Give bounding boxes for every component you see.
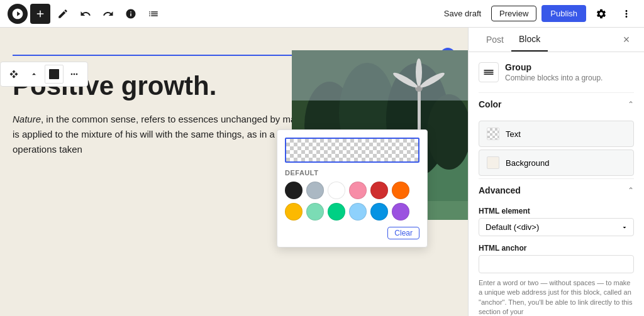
sidebar-close-button[interactable]: ×	[619, 32, 634, 47]
anchor-hint-text: Enter a word or two — without spaces — t…	[479, 278, 634, 316]
group-icon	[483, 67, 494, 78]
color-swatch-vivid-cyan-blue[interactable]	[370, 203, 388, 221]
html-element-select[interactable]: Default (<div>)	[479, 218, 634, 236]
block-info-text: Group Combine blocks into a group.	[505, 62, 602, 82]
post-tab[interactable]: Post	[479, 28, 511, 51]
list-view-icon	[148, 8, 159, 19]
color-swatch-white[interactable]	[328, 182, 345, 199]
editor-area[interactable]: + Positive growth. Nature, in the common…	[0, 28, 468, 316]
color-chevron-icon: ⌃	[628, 100, 634, 109]
advanced-section-header[interactable]: Advanced ⌃	[479, 178, 634, 202]
wp-logo-icon	[11, 8, 24, 20]
ellipsis-icon	[69, 69, 79, 79]
info-button[interactable]	[121, 4, 141, 24]
color-swatch-luminous-vivid-amber[interactable]	[285, 203, 303, 221]
more-icon	[621, 8, 632, 19]
color-section-title: Color	[479, 99, 502, 109]
info-icon	[125, 8, 136, 19]
color-swatch-black[interactable]	[285, 182, 303, 199]
color-section-header[interactable]: Color ⌃	[479, 92, 634, 116]
svg-point-9	[416, 58, 422, 86]
html-anchor-label: HTML anchor	[479, 244, 634, 253]
text-color-label: Text	[506, 129, 521, 139]
block-description: Combine blocks into a group.	[505, 74, 602, 82]
block-info: Group Combine blocks into a group.	[479, 62, 634, 82]
list-view-button[interactable]	[143, 4, 164, 24]
html-element-label: HTML element	[479, 207, 634, 215]
color-picker-footer: Clear	[285, 227, 419, 239]
undo-icon	[80, 8, 91, 19]
redo-button[interactable]	[98, 4, 118, 24]
color-swatch-pale-cyan-blue[interactable]	[349, 203, 367, 221]
edit-tool-button[interactable]	[53, 4, 73, 24]
color-swatch-light-green-cyan[interactable]	[306, 203, 324, 221]
advanced-chevron-icon: ⌃	[628, 186, 634, 195]
block-toolbar	[0, 62, 88, 87]
toolbar-right: Save draft Preview Publish	[439, 4, 636, 24]
background-color-option[interactable]: Background	[479, 150, 634, 176]
redo-icon	[103, 8, 114, 19]
advanced-section: HTML element Default (<div>) HTML anchor…	[479, 207, 634, 316]
color-options: Text Background	[479, 121, 634, 176]
wp-logo-button[interactable]	[8, 4, 28, 24]
color-swatch-cyan-bluish-gray[interactable]	[306, 182, 324, 199]
clear-color-button[interactable]: Clear	[387, 227, 419, 239]
text-color-swatch	[487, 128, 499, 140]
advanced-section-title: Advanced	[479, 185, 521, 195]
preview-button[interactable]: Preview	[491, 6, 536, 21]
more-options-button[interactable]	[616, 4, 636, 24]
add-block-button[interactable]	[30, 4, 50, 24]
publish-button[interactable]: Publish	[541, 5, 586, 22]
block-arrows-button[interactable]	[25, 65, 43, 84]
arrows-icon	[30, 70, 38, 79]
sidebar: Post Block × Group Combine blocks into a…	[468, 28, 644, 316]
block-type-icon	[49, 69, 59, 79]
pencil-icon	[57, 8, 69, 19]
color-swatch-pale-pink[interactable]	[349, 182, 367, 199]
sidebar-body: Group Combine blocks into a group. Color…	[469, 52, 644, 316]
settings-button[interactable]	[591, 4, 611, 24]
sidebar-tabs: Post Block ×	[469, 28, 644, 52]
color-preview-bar[interactable]	[285, 138, 419, 163]
main-area: + Positive growth. Nature, in the common…	[0, 28, 644, 316]
save-draft-button[interactable]: Save draft	[439, 6, 486, 21]
top-toolbar: Save draft Preview Publish	[0, 0, 644, 28]
color-section-label: DEFAULT	[285, 169, 419, 177]
color-picker-popup: DEFAULT Clear	[277, 129, 428, 248]
color-swatch-vivid-red[interactable]	[370, 182, 388, 199]
drag-icon	[9, 70, 18, 79]
plus-icon	[35, 8, 46, 19]
text-color-option[interactable]: Text	[479, 121, 634, 147]
color-swatch-luminous-vivid-orange[interactable]	[392, 182, 409, 199]
block-type-button[interactable]	[45, 65, 64, 84]
background-color-swatch	[487, 156, 499, 169]
block-tab[interactable]: Block	[511, 28, 548, 52]
block-name-label: Group	[505, 62, 602, 72]
block-icon	[479, 62, 499, 82]
toolbar-left	[8, 4, 164, 24]
background-color-label: Background	[506, 158, 549, 168]
undo-button[interactable]	[75, 4, 96, 24]
color-swatches	[285, 182, 419, 221]
settings-icon	[596, 8, 607, 19]
block-more-button[interactable]	[65, 65, 84, 84]
block-drag-button[interactable]	[4, 65, 23, 84]
html-anchor-input[interactable]	[479, 255, 634, 273]
color-swatch-vivid-green-cyan[interactable]	[328, 203, 345, 221]
color-swatch-vivid-purple[interactable]	[392, 203, 409, 221]
